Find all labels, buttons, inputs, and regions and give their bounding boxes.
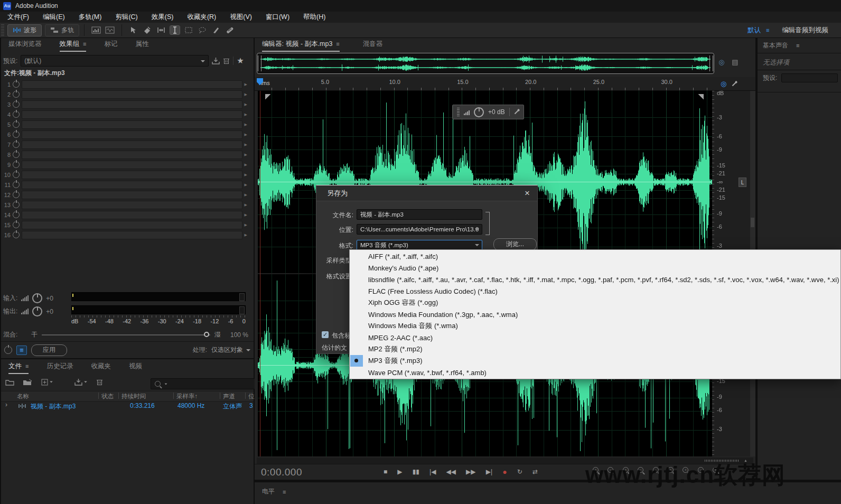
move-tool-icon[interactable] (129, 26, 138, 34)
workspace-menu-icon[interactable]: ≡ (766, 27, 769, 33)
power-icon[interactable] (13, 101, 20, 108)
expand-arrow-icon[interactable]: ▶ (245, 92, 247, 97)
panel-menu-icon[interactable]: ≡ (796, 42, 799, 49)
column-divider[interactable] (245, 393, 246, 399)
pin-icon[interactable] (732, 81, 736, 86)
expand-arrow-icon[interactable]: ▶ (245, 163, 247, 167)
tab-video[interactable]: 视频 (129, 362, 142, 374)
preset-select[interactable]: (默认) (21, 55, 209, 67)
waveform-view-button[interactable]: 波形 (7, 24, 42, 36)
tab-effects-rack[interactable]: 效果组≡ (60, 40, 87, 52)
apply-button[interactable]: 应用 (31, 344, 67, 356)
rack-slot[interactable] (22, 181, 242, 189)
format-select[interactable]: MP3 音频 (*.mp3) (357, 240, 482, 250)
power-icon[interactable] (13, 121, 20, 128)
expand-arrow-icon[interactable]: ▶ (245, 213, 247, 217)
format-option-6[interactable]: Windows Media 音频 (*.wma) (350, 320, 840, 332)
lasso-tool-icon[interactable] (198, 26, 207, 34)
expand-arrow-icon[interactable]: ▶ (245, 123, 247, 127)
column-header-3[interactable]: 采样率↑ (176, 393, 198, 400)
favorite-star-icon[interactable]: ★ (237, 56, 244, 66)
rack-list-icon[interactable]: ≣ (16, 346, 27, 355)
time-display[interactable]: 0:00.000 (261, 466, 302, 478)
rack-slot[interactable] (22, 171, 242, 179)
import-folder-icon[interactable] (23, 379, 33, 386)
format-option-2[interactable]: libsndfile (*.aifc, *.aiff, *.au, *.avr,… (350, 274, 840, 285)
rack-slot[interactable] (22, 100, 242, 109)
panel-menu-icon[interactable]: ≡ (25, 363, 29, 369)
meter-handle[interactable] (239, 306, 245, 314)
menu-item-8[interactable]: 帮助(H) (303, 13, 325, 22)
column-divider[interactable] (98, 393, 99, 399)
menu-item-2[interactable]: 多轨(M) (79, 13, 102, 22)
column-header-1[interactable]: 状态 (101, 393, 114, 400)
show-spectrum-icon[interactable] (91, 26, 101, 34)
rack-slot[interactable] (22, 110, 242, 119)
format-option-8[interactable]: MP2 音频 (*.mp2) (350, 343, 840, 355)
right-preset-select[interactable] (781, 73, 838, 82)
power-icon[interactable] (13, 201, 20, 208)
tab-properties[interactable]: 属性 (135, 40, 148, 52)
file-duration[interactable]: 0:33.216 (130, 402, 155, 409)
menu-item-3[interactable]: 剪辑(C) (115, 13, 137, 22)
fade-in-handle[interactable] (265, 94, 271, 100)
expand-arrow-icon[interactable]: ▶ (245, 193, 247, 197)
power-icon[interactable] (13, 131, 20, 138)
power-icon[interactable] (13, 211, 20, 218)
new-item-icon[interactable] (41, 379, 53, 386)
play-button[interactable]: ▶ (397, 468, 402, 475)
input-gain-knob[interactable] (32, 293, 42, 303)
power-icon[interactable] (13, 141, 20, 148)
essential-sound-tab[interactable]: 基本声音 ≡ (758, 38, 841, 53)
healing-brush-tool-icon[interactable] (225, 26, 235, 34)
overview-left-handle[interactable] (258, 55, 261, 71)
pause-button[interactable]: ▮▮ (413, 468, 419, 475)
expand-arrow-icon[interactable]: ▶ (245, 143, 247, 147)
rack-slot[interactable] (22, 211, 242, 219)
open-folder-icon[interactable] (5, 379, 14, 386)
save-preset-icon[interactable] (212, 57, 220, 64)
rack-slot[interactable] (22, 80, 242, 89)
panel-layout-icon[interactable]: ▤ (732, 58, 738, 66)
menu-item-4[interactable]: 效果(S) (152, 13, 174, 22)
gain-hud[interactable]: +0 dB (452, 105, 524, 119)
dialog-titlebar[interactable]: 另存为 × (316, 185, 537, 201)
panel-menu-icon[interactable]: ≡ (336, 41, 339, 47)
ibeam-tool-icon[interactable] (170, 26, 180, 34)
tab-history[interactable]: 历史记录 (46, 362, 73, 374)
skip-selection-button[interactable]: ⇄ (532, 468, 538, 475)
save-all-icon[interactable] (74, 378, 88, 386)
fade-out-handle[interactable] (698, 94, 704, 100)
power-icon[interactable] (13, 111, 20, 118)
location-select[interactable]: C:\User...cuments\Adobe\Premiere Pro\13.… (357, 224, 482, 235)
file-channels[interactable]: 立体声 (223, 402, 242, 411)
rack-slot[interactable] (22, 191, 242, 199)
file-row[interactable]: ›视频 - 副本.mp30:33.21648000 Hz立体声3 (1, 401, 254, 413)
razor-tool-icon[interactable] (143, 26, 152, 34)
format-option-9[interactable]: MP3 音频 (*.mp3) (350, 355, 840, 367)
rewind-button[interactable]: ◀◀ (446, 468, 456, 475)
tab-editor[interactable]: 编辑器: 视频 - 副本.mp3≡ (262, 40, 340, 52)
overview-right-handle[interactable] (709, 55, 713, 71)
file-name[interactable]: 视频 - 副本.mp3 (31, 402, 76, 411)
power-icon[interactable] (13, 81, 20, 88)
column-divider[interactable] (118, 393, 119, 399)
power-icon[interactable] (13, 91, 20, 98)
fast-forward-button[interactable]: ▶▶ (466, 468, 475, 475)
hud-gain-knob[interactable] (474, 107, 484, 117)
menu-item-5[interactable]: 收藏夹(R) (187, 13, 216, 22)
panel-menu-icon[interactable]: ≡ (283, 489, 286, 495)
rack-slot[interactable] (22, 151, 242, 159)
menu-item-7[interactable]: 窗口(W) (266, 13, 289, 22)
format-option-3[interactable]: FLAC (Free Lossless Audio Codec) (*.flac… (350, 285, 840, 297)
multitrack-view-button[interactable]: 多轨 (45, 24, 79, 36)
skip-to-start-button[interactable]: |◀ (429, 468, 436, 475)
format-option-5[interactable]: Windows Media Foundation (*.3gp, *.aac, … (350, 309, 840, 320)
column-header-5[interactable]: 位 (248, 393, 255, 400)
tab-markers[interactable]: 标记 (104, 40, 117, 52)
overview-waveform[interactable] (260, 55, 711, 72)
format-option-10[interactable]: Wave PCM (*.wav, *.bwf, *.rf64, *.amb) (350, 367, 840, 378)
menu-item-6[interactable]: 视图(V) (230, 13, 252, 22)
waveform-overview[interactable] (257, 53, 714, 74)
timeline-ruler[interactable]: hms 5.010.015.020.025.030.0 (255, 77, 714, 91)
